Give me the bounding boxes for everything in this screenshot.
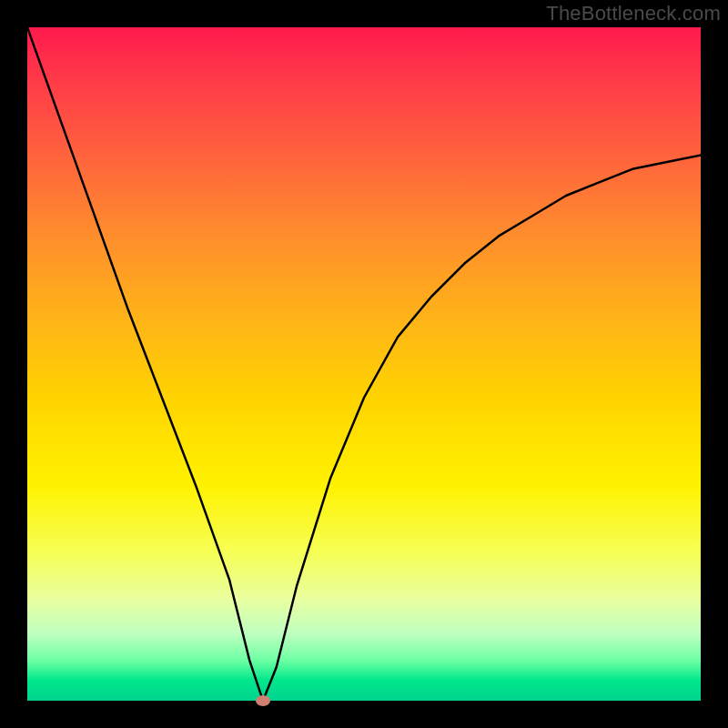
minimum-marker <box>256 695 270 706</box>
bottleneck-curve <box>27 27 701 701</box>
chart-frame: TheBottleneck.com <box>0 0 728 728</box>
plot-area <box>27 27 701 701</box>
watermark-text: TheBottleneck.com <box>546 2 721 25</box>
